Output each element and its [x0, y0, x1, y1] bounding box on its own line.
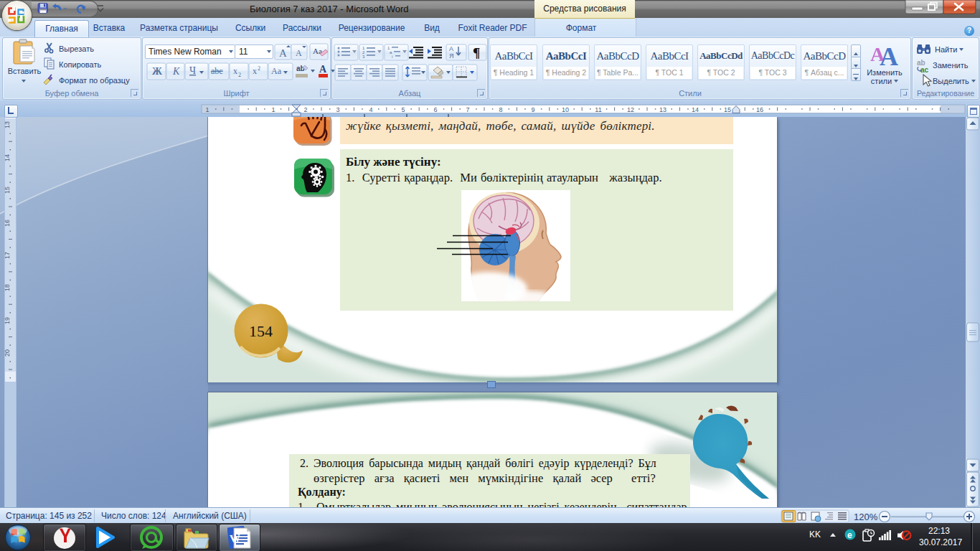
svg-text:16: 16 [756, 106, 763, 113]
svg-text:19: 19 [4, 317, 11, 324]
svg-text:12: 12 [627, 106, 634, 113]
svg-text:15: 15 [4, 187, 11, 194]
svg-text:2: 2 [303, 106, 307, 113]
svg-text:W: W [229, 532, 241, 545]
svg-text:1: 1 [205, 106, 209, 113]
svg-text:14: 14 [4, 154, 11, 161]
svg-text:x: x [253, 66, 257, 76]
svg-text:Я: Я [449, 52, 454, 60]
svg-text:18: 18 [4, 284, 11, 291]
svg-text:13: 13 [4, 121, 11, 128]
svg-text:9: 9 [531, 106, 534, 113]
svg-text:20: 20 [4, 349, 11, 357]
svg-text:x: x [233, 66, 237, 76]
svg-text:17: 17 [4, 252, 11, 259]
svg-text:10: 10 [562, 106, 569, 113]
svg-text:ac: ac [920, 66, 929, 74]
svg-text:7: 7 [466, 106, 469, 113]
svg-text:15: 15 [724, 106, 731, 113]
svg-text:4: 4 [369, 106, 372, 113]
svg-text:14: 14 [692, 106, 699, 113]
svg-text:Ч: Ч [189, 65, 196, 76]
svg-text:3: 3 [336, 106, 339, 113]
svg-text:i: i [392, 55, 392, 59]
svg-text:e: e [847, 530, 852, 540]
svg-text:Ж: Ж [152, 66, 162, 77]
svg-text:abc: abc [211, 66, 223, 76]
svg-text:К: К [172, 66, 180, 77]
svg-text:Aa: Aa [271, 66, 282, 76]
svg-text:A: A [319, 64, 327, 75]
svg-text:11: 11 [595, 106, 601, 113]
svg-text:1: 1 [271, 106, 275, 113]
svg-text:154: 154 [249, 322, 273, 340]
svg-text:6: 6 [433, 106, 437, 113]
svg-text:2: 2 [238, 72, 241, 78]
svg-text:A: A [279, 47, 287, 59]
svg-text:5: 5 [401, 106, 405, 113]
svg-text:A: A [296, 48, 302, 58]
svg-text:ab: ab [296, 65, 305, 72]
svg-text:120%: 120% [854, 512, 878, 522]
svg-text:13: 13 [659, 106, 666, 113]
svg-text:¶: ¶ [473, 45, 480, 60]
svg-text:16: 16 [4, 220, 11, 227]
svg-text:А: А [449, 45, 453, 52]
svg-text:A: A [880, 42, 898, 71]
svg-text:2: 2 [258, 65, 260, 72]
svg-text:8: 8 [499, 106, 502, 113]
